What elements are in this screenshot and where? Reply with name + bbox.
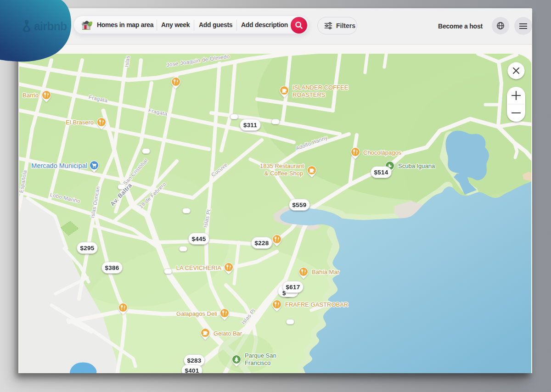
svg-text:$386: $386	[105, 264, 119, 271]
svg-text:El Brasero: El Brasero	[66, 119, 94, 126]
svg-text:1835 Restaurant: 1835 Restaurant	[260, 162, 304, 169]
svg-text:Chocolápagos: Chocolápagos	[363, 149, 402, 156]
svg-text:$311: $311	[243, 122, 257, 129]
svg-text:& Coffee Shop: & Coffee Shop	[264, 170, 303, 177]
svg-text:Parque San: Parque San	[245, 352, 276, 359]
svg-text:$228: $228	[255, 240, 269, 246]
svg-text:$559: $559	[292, 202, 307, 208]
svg-text:Francisco: Francisco	[245, 359, 270, 366]
svg-text:Bahía Mar: Bahía Mar	[312, 269, 340, 275]
svg-text:LA CEVICHERIA: LA CEVICHERIA	[176, 264, 222, 271]
svg-text:Scuba Iguana: Scuba Iguana	[398, 162, 435, 169]
svg-text:airbnb: airbnb	[34, 20, 67, 33]
svg-text:Gelato Bar: Gelato Bar	[214, 330, 242, 337]
svg-text:FRAFRE GASTROBAR: FRAFRE GASTROBAR	[285, 301, 348, 308]
svg-text:$617: $617	[286, 284, 300, 291]
svg-text:$401: $401	[185, 367, 199, 374]
svg-text:Mercado Municipal: Mercado Municipal	[31, 162, 87, 169]
svg-text:ISLANDER COFFEE: ISLANDER COFFEE	[292, 84, 349, 91]
svg-text:ROASTERS: ROASTERS	[292, 91, 326, 98]
svg-text:$295: $295	[80, 245, 95, 252]
svg-text:Galapagos Deli: Galapagos Deli	[176, 310, 217, 317]
svg-text:$514: $514	[374, 169, 388, 176]
svg-text:$445: $445	[192, 235, 206, 242]
svg-text:$283: $283	[187, 357, 202, 364]
svg-text:Barrio: Barrio	[22, 92, 39, 99]
